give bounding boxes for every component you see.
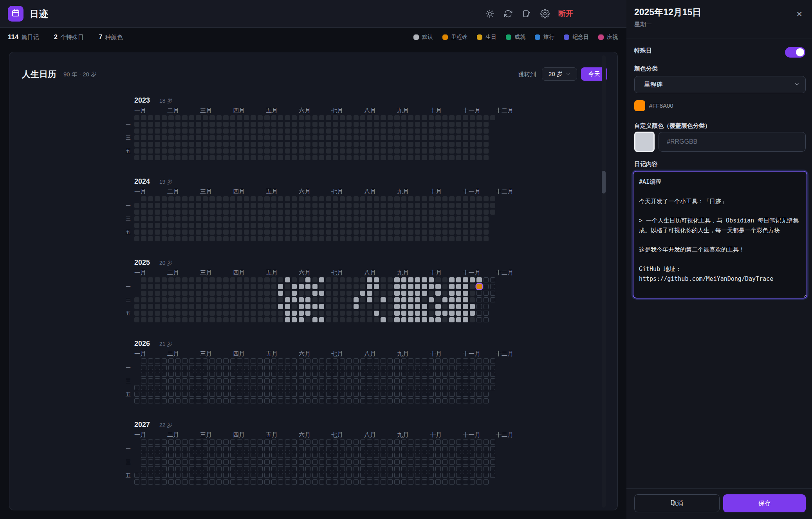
day-cell[interactable]: [435, 398, 440, 403]
day-cell[interactable]: [319, 196, 324, 201]
day-cell[interactable]: [374, 128, 379, 134]
day-cell[interactable]: [189, 216, 194, 221]
day-cell[interactable]: [340, 291, 345, 296]
day-cell[interactable]: [141, 446, 146, 451]
day-cell[interactable]: [237, 297, 242, 302]
day-cell[interactable]: [456, 236, 461, 241]
day-cell[interactable]: [209, 155, 215, 160]
day-cell[interactable]: [319, 439, 324, 445]
day-cell[interactable]: [175, 216, 180, 221]
day-cell[interactable]: [162, 122, 167, 127]
day-cell[interactable]: [388, 304, 393, 309]
day-cell[interactable]: [285, 466, 290, 471]
day-cell[interactable]: [326, 466, 331, 471]
day-cell[interactable]: [271, 453, 276, 458]
day-cell[interactable]: [155, 216, 160, 221]
day-cell[interactable]: [360, 230, 365, 235]
day-cell[interactable]: [429, 365, 434, 370]
day-cell[interactable]: [484, 142, 489, 147]
day-cell[interactable]: [141, 155, 146, 160]
day-cell[interactable]: [292, 446, 297, 451]
day-cell[interactable]: [244, 446, 249, 451]
day-cell[interactable]: [189, 236, 194, 241]
day-cell[interactable]: [490, 439, 495, 445]
day-cell[interactable]: [381, 196, 386, 201]
day-cell[interactable]: [162, 398, 167, 403]
day-cell[interactable]: [271, 284, 276, 289]
day-cell[interactable]: [388, 203, 393, 208]
day-cell[interactable]: [476, 155, 482, 160]
day-cell[interactable]: [354, 148, 359, 154]
day-cell[interactable]: [209, 479, 215, 485]
day-cell[interactable]: [271, 135, 276, 140]
day-cell[interactable]: [394, 277, 399, 282]
day-cell[interactable]: [230, 453, 235, 458]
day-cell[interactable]: [299, 392, 304, 397]
day-cell[interactable]: [346, 291, 352, 296]
day-cell[interactable]: [285, 216, 290, 221]
day-cell[interactable]: [148, 297, 153, 302]
day-cell[interactable]: [360, 446, 365, 451]
day-cell[interactable]: [182, 459, 187, 465]
day-cell[interactable]: [456, 148, 461, 154]
day-cell[interactable]: [333, 372, 338, 377]
day-cell[interactable]: [141, 142, 146, 147]
day-cell[interactable]: [463, 142, 468, 147]
day-cell[interactable]: [223, 142, 228, 147]
day-cell[interactable]: [217, 372, 222, 377]
day-cell[interactable]: [408, 304, 413, 309]
day-cell[interactable]: [162, 155, 167, 160]
day-cell[interactable]: [319, 372, 324, 377]
day-cell[interactable]: [264, 317, 269, 322]
day-cell[interactable]: [230, 223, 235, 228]
day-cell[interactable]: [285, 155, 290, 160]
day-cell[interactable]: [223, 216, 228, 221]
day-cell[interactable]: [429, 291, 434, 296]
day-cell[interactable]: [381, 142, 386, 147]
day-cell[interactable]: [360, 297, 365, 302]
day-cell[interactable]: [415, 277, 420, 282]
day-cell[interactable]: [189, 385, 194, 390]
day-cell[interactable]: [456, 365, 461, 370]
day-cell[interactable]: [141, 291, 146, 296]
day-cell[interactable]: [189, 453, 194, 458]
day-cell[interactable]: [209, 142, 215, 147]
day-cell[interactable]: [182, 284, 187, 289]
day-cell[interactable]: [175, 128, 180, 134]
day-cell[interactable]: [333, 439, 338, 445]
day-cell[interactable]: [401, 230, 406, 235]
day-cell[interactable]: [388, 372, 393, 377]
day-cell[interactable]: [333, 230, 338, 235]
day-cell[interactable]: [367, 122, 372, 127]
day-cell[interactable]: [456, 155, 461, 160]
day-cell[interactable]: [292, 135, 297, 140]
day-cell[interactable]: [168, 317, 173, 322]
day-cell[interactable]: [217, 392, 222, 397]
day-cell[interactable]: [175, 230, 180, 235]
day-cell[interactable]: [168, 155, 173, 160]
day-cell[interactable]: [319, 236, 324, 241]
day-cell[interactable]: [415, 291, 420, 296]
day-cell[interactable]: [203, 142, 208, 147]
day-cell[interactable]: [299, 446, 304, 451]
day-cell[interactable]: [333, 358, 338, 363]
day-cell[interactable]: [422, 216, 427, 221]
day-cell[interactable]: [141, 128, 146, 134]
day-cell[interactable]: [333, 365, 338, 370]
day-cell[interactable]: [196, 203, 201, 208]
day-cell[interactable]: [456, 317, 461, 322]
day-cell[interactable]: [155, 277, 160, 282]
day-cell[interactable]: [449, 453, 454, 458]
day-cell[interactable]: [476, 439, 482, 445]
day-cell[interactable]: [175, 453, 180, 458]
day-cell[interactable]: [442, 446, 448, 451]
day-cell[interactable]: [299, 135, 304, 140]
day-cell[interactable]: [381, 311, 386, 316]
day-cell[interactable]: [394, 135, 399, 140]
day-cell[interactable]: [196, 122, 201, 127]
day-cell[interactable]: [217, 358, 222, 363]
day-cell[interactable]: [476, 304, 482, 309]
day-cell[interactable]: [333, 398, 338, 403]
day-cell[interactable]: [223, 385, 228, 390]
day-cell[interactable]: [463, 236, 468, 241]
